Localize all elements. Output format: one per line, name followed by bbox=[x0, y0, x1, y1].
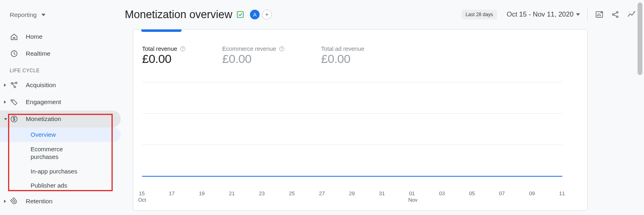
reporting-label: Reporting bbox=[10, 11, 37, 19]
sidebar-item-label: Engagement bbox=[26, 98, 61, 106]
chart-x-tick-label: 17 bbox=[169, 190, 175, 196]
sidebar: Reporting Home Realtime LIFE CYCLE Acqui… bbox=[0, 0, 121, 215]
chart-x-tick-label: 27 bbox=[319, 190, 324, 196]
stats-row: Total revenue £0.00 Ecommerce revenue £0… bbox=[133, 29, 587, 70]
sidebar-subitem-publisher[interactable]: Publisher ads bbox=[0, 178, 121, 193]
page-title: Monetization overview bbox=[125, 8, 232, 21]
chart-x-tick-label: 29 bbox=[349, 190, 355, 196]
svg-point-2 bbox=[15, 82, 17, 83]
clock-icon bbox=[10, 49, 19, 58]
sidebar-item-label: Acquisition bbox=[26, 81, 56, 89]
stat-value: £0.00 bbox=[321, 52, 364, 66]
stat-value: £0.00 bbox=[222, 52, 285, 66]
plus-icon bbox=[264, 12, 269, 17]
svg-point-10 bbox=[617, 16, 618, 17]
stat-ecommerce-revenue[interactable]: Ecommerce revenue £0.00 bbox=[222, 46, 285, 66]
sidebar-item-label: Monetization bbox=[26, 115, 61, 123]
dollar-icon bbox=[10, 115, 19, 123]
sidebar-item-label: Realtime bbox=[26, 50, 50, 57]
edit-chart-icon[interactable] bbox=[595, 10, 604, 19]
chart-x-tick-label: 25 bbox=[289, 190, 295, 196]
svg-point-8 bbox=[612, 14, 614, 15]
sidebar-subitem-label: Ecommerce purchases bbox=[31, 145, 91, 161]
sidebar-subitem-label: Overview bbox=[31, 131, 56, 139]
chart-x-month-label: Nov bbox=[408, 197, 417, 203]
chart-x-tick-label: 23 bbox=[259, 190, 264, 196]
active-tab-indicator bbox=[141, 29, 182, 32]
stat-label: Total ad revenue bbox=[321, 46, 364, 52]
chart-x-tick-label: 19 bbox=[199, 190, 204, 196]
date-preset-chip[interactable]: Last 28 days bbox=[462, 10, 497, 19]
reporting-dropdown[interactable]: Reporting bbox=[0, 8, 121, 28]
stat-label: Total revenue bbox=[142, 46, 177, 52]
chevron-down-icon bbox=[576, 13, 580, 16]
acquisition-icon bbox=[10, 81, 19, 90]
svg-point-4 bbox=[12, 100, 13, 101]
chart-x-tick-label: 01 bbox=[409, 190, 415, 196]
sidebar-section-life-cycle: LIFE CYCLE bbox=[0, 62, 121, 77]
date-range-picker[interactable]: Oct 15 - Nov 11, 2020 bbox=[507, 10, 580, 19]
divider bbox=[587, 8, 588, 21]
sidebar-subitem-overview[interactable]: Overview bbox=[0, 127, 121, 142]
chart: 15Oct171921232527293101Nov0305070911 bbox=[142, 82, 562, 202]
sidebar-item-label: Retention bbox=[26, 198, 52, 205]
home-icon bbox=[10, 32, 19, 41]
add-comparison-button[interactable] bbox=[262, 10, 272, 19]
verified-icon[interactable] bbox=[236, 10, 244, 19]
chart-x-tick-label: 11 bbox=[559, 190, 565, 196]
stat-total-revenue[interactable]: Total revenue £0.00 bbox=[142, 46, 186, 66]
main-panel: Total revenue £0.00 Ecommerce revenue £0… bbox=[133, 29, 588, 211]
date-range-label: Oct 15 - Nov 11, 2020 bbox=[507, 10, 574, 19]
chart-gridline bbox=[142, 113, 562, 114]
sidebar-item-monetization[interactable]: Monetization bbox=[0, 111, 121, 127]
share-icon[interactable] bbox=[611, 10, 620, 19]
user-badge-letter: A bbox=[253, 12, 257, 18]
chart-gridline bbox=[142, 144, 562, 145]
sidebar-item-retention[interactable]: Retention bbox=[0, 193, 121, 210]
svg-point-14 bbox=[281, 50, 282, 50]
sidebar-subitem-label: In-app purchases bbox=[31, 167, 77, 175]
chart-x-tick-label: 15 bbox=[139, 190, 144, 196]
help-icon[interactable] bbox=[279, 46, 285, 52]
sidebar-subitem-label: Publisher ads bbox=[31, 182, 67, 190]
chart-x-tick-label: 03 bbox=[439, 190, 445, 196]
sidebar-item-realtime[interactable]: Realtime bbox=[0, 45, 121, 62]
sidebar-item-engagement[interactable]: Engagement bbox=[0, 94, 121, 111]
insights-icon[interactable] bbox=[627, 10, 636, 19]
header: Monetization overview A Last 28 days Oct… bbox=[125, 4, 636, 25]
svg-point-12 bbox=[182, 50, 183, 50]
header-right: Last 28 days Oct 15 - Nov 11, 2020 bbox=[462, 4, 636, 25]
chart-x-tick-label: 09 bbox=[529, 190, 535, 196]
stat-total-ad-revenue[interactable]: Total ad revenue £0.00 bbox=[321, 46, 364, 66]
sidebar-item-acquisition[interactable]: Acquisition bbox=[0, 77, 121, 94]
scrollbar-thumb[interactable] bbox=[638, 2, 642, 75]
chart-x-tick-label: 05 bbox=[469, 190, 475, 196]
tag-icon bbox=[10, 98, 19, 106]
svg-point-9 bbox=[617, 11, 618, 13]
sidebar-subitem-ecommerce[interactable]: Ecommerce purchases bbox=[0, 142, 121, 164]
chart-x-tick-label: 31 bbox=[379, 190, 385, 196]
stat-value: £0.00 bbox=[142, 52, 186, 66]
svg-point-3 bbox=[14, 86, 16, 88]
chevron-down-icon bbox=[41, 14, 45, 16]
user-badge[interactable]: A bbox=[250, 10, 260, 19]
chart-gridline bbox=[142, 82, 562, 82]
sidebar-item-home[interactable]: Home bbox=[0, 28, 121, 45]
sidebar-item-label: Home bbox=[26, 33, 42, 40]
chart-x-axis: 15Oct171921232527293101Nov0305070911 bbox=[142, 190, 562, 202]
chart-x-month-label: Oct bbox=[138, 197, 146, 203]
chart-x-tick-label: 21 bbox=[229, 190, 235, 196]
chart-x-tick-label: 07 bbox=[499, 190, 505, 196]
sidebar-subitem-inapp[interactable]: In-app purchases bbox=[0, 164, 121, 179]
help-icon[interactable] bbox=[180, 46, 186, 52]
chart-series-line bbox=[142, 176, 562, 177]
stat-label: Ecommerce revenue bbox=[222, 46, 276, 52]
magnet-icon bbox=[10, 197, 19, 206]
svg-rect-6 bbox=[237, 12, 244, 18]
